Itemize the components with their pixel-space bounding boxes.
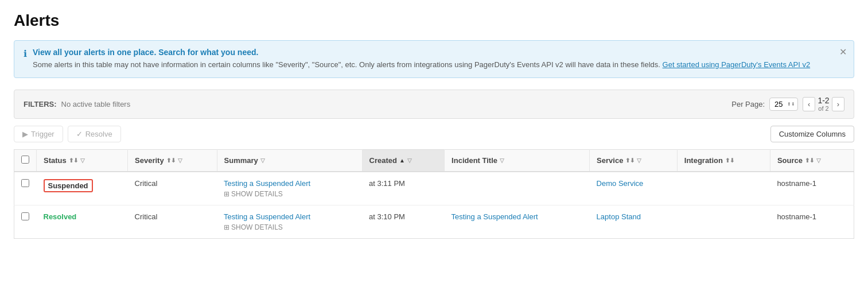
filters-right: Per Page: 25 50 100 ‹ 1-2 of 2 › — [731, 96, 844, 113]
row2-checkbox[interactable] — [21, 212, 29, 220]
row1-status-cell: Suspended — [37, 172, 128, 205]
row1-service-link[interactable]: Demo Service — [597, 179, 644, 188]
trigger-icon: ▶ — [22, 130, 28, 138]
header-checkbox-col — [14, 150, 37, 172]
table-header-row: Status ⬆⬇ ▽ Severity ⬆⬇ ▽ Summary ▽ — [14, 150, 854, 172]
prev-page-button[interactable]: ‹ — [803, 97, 815, 111]
row1-source-cell: hostname-1 — [770, 172, 854, 205]
trigger-label: Trigger — [31, 130, 55, 138]
row2-service-link[interactable]: Laptop Stand — [597, 212, 641, 221]
next-page-button[interactable]: › — [832, 97, 844, 111]
row1-severity-cell: Critical — [128, 172, 217, 205]
trigger-button[interactable]: ▶ Trigger — [14, 126, 63, 142]
banner-close-button[interactable]: ✕ — [839, 46, 847, 57]
pagination-block: ‹ 1-2 of 2 › — [803, 96, 844, 113]
action-bar: ▶ Trigger ✓ Resolve Customize Columns — [14, 126, 854, 142]
row2-checkbox-cell — [14, 205, 37, 239]
table-row: Suspended Critical Testing a Suspended A… — [14, 172, 854, 205]
row1-show-details[interactable]: ⊞ SHOW DETAILS — [224, 190, 355, 198]
row2-source-cell: hostname-1 — [770, 205, 854, 239]
resolve-icon: ✓ — [76, 130, 83, 138]
status-sort-icon[interactable]: ⬆⬇ — [69, 157, 78, 164]
row2-show-details-icon: ⊞ — [224, 223, 229, 231]
banner-title: View all your alerts in one place. Searc… — [33, 48, 844, 57]
page-range-value: 1-2 — [818, 96, 829, 106]
created-filter-icon[interactable]: ▽ — [407, 157, 412, 164]
filters-label: FILTERS: — [24, 100, 57, 108]
banner-link[interactable]: Get started using PagerDuty's Events API… — [663, 60, 811, 69]
filters-value: No active table filters — [61, 100, 131, 108]
header-status: Status ⬆⬇ ▽ — [37, 150, 128, 172]
banner-body: Some alerts in this table may not have i… — [33, 59, 844, 71]
row1-show-details-icon: ⊞ — [224, 190, 229, 198]
severity-sort-icon[interactable]: ⬆⬇ — [166, 157, 176, 164]
service-sort-icon[interactable]: ⬆⬇ — [625, 157, 635, 164]
table-row: Resolved Critical Testing a Suspended Al… — [14, 205, 854, 239]
row2-status-cell: Resolved — [37, 205, 128, 239]
row2-incident-title-link[interactable]: Testing a Suspended Alert — [451, 212, 538, 221]
integration-sort-icon[interactable]: ⬆⬇ — [725, 157, 734, 164]
row2-integration-cell — [677, 205, 770, 239]
source-filter-icon[interactable]: ▽ — [816, 157, 821, 164]
resolve-button[interactable]: ✓ Resolve — [68, 126, 121, 142]
customize-columns-button[interactable]: Customize Columns — [770, 126, 854, 142]
header-integration: Integration ⬆⬇ — [677, 150, 770, 172]
row1-integration-cell — [677, 172, 770, 205]
per-page-label: Per Page: — [731, 100, 765, 108]
row1-checkbox[interactable] — [21, 179, 29, 187]
row1-summary-cell: Testing a Suspended Alert ⊞ SHOW DETAILS — [217, 172, 362, 205]
header-severity: Severity ⬆⬇ ▽ — [128, 150, 217, 172]
status-filter-icon[interactable]: ▽ — [80, 157, 85, 164]
banner-text: View all your alerts in one place. Searc… — [33, 48, 844, 71]
row1-status-badge: Suspended — [44, 179, 93, 192]
header-source: Source ⬆⬇ ▽ — [770, 150, 854, 172]
row1-checkbox-cell — [14, 172, 37, 205]
per-page-select-wrapper: 25 50 100 — [769, 98, 798, 111]
info-icon: ℹ — [24, 48, 27, 59]
severity-filter-icon[interactable]: ▽ — [178, 157, 182, 164]
page-of-text: of 2 — [818, 105, 828, 113]
select-all-checkbox[interactable] — [21, 156, 29, 164]
row2-severity-cell: Critical — [128, 205, 217, 239]
header-service: Service ⬆⬇ ▽ — [590, 150, 678, 172]
row2-summary-link[interactable]: Testing a Suspended Alert — [224, 212, 310, 221]
per-page-select[interactable]: 25 50 100 — [769, 98, 798, 111]
row2-service-cell: Laptop Stand — [590, 205, 678, 239]
header-incident-title: Incident Title ▽ — [445, 150, 590, 172]
row2-show-details[interactable]: ⊞ SHOW DETAILS — [224, 223, 355, 231]
row2-status-badge: Resolved — [44, 212, 77, 221]
header-summary: Summary ▽ — [217, 150, 362, 172]
incident-title-filter-icon[interactable]: ▽ — [500, 157, 504, 164]
filters-bar: FILTERS: No active table filters Per Pag… — [14, 90, 854, 119]
alerts-table: Status ⬆⬇ ▽ Severity ⬆⬇ ▽ Summary ▽ — [14, 149, 854, 239]
info-banner: ℹ View all your alerts in one place. Sea… — [14, 40, 854, 78]
page-range: 1-2 of 2 — [818, 96, 829, 113]
resolve-label: Resolve — [85, 130, 112, 138]
row2-incident-title-cell: Testing a Suspended Alert — [445, 205, 590, 239]
row2-summary-cell: Testing a Suspended Alert ⊞ SHOW DETAILS — [217, 205, 362, 239]
row1-incident-title-cell — [445, 172, 590, 205]
header-created: Created ▲ ▽ — [362, 150, 445, 172]
page-title: Alerts — [14, 11, 854, 30]
row1-summary-link[interactable]: Testing a Suspended Alert — [224, 179, 310, 188]
service-filter-icon[interactable]: ▽ — [637, 157, 641, 164]
action-buttons: ▶ Trigger ✓ Resolve — [14, 126, 121, 142]
source-sort-icon[interactable]: ⬆⬇ — [805, 157, 814, 164]
filters-left: FILTERS: No active table filters — [24, 100, 130, 108]
summary-filter-icon[interactable]: ▽ — [260, 157, 265, 164]
row1-service-cell: Demo Service — [590, 172, 678, 205]
row2-created-cell: at 3:10 PM — [362, 205, 445, 239]
row1-created-cell: at 3:11 PM — [362, 172, 445, 205]
created-sort-icon[interactable]: ▲ — [399, 157, 405, 164]
